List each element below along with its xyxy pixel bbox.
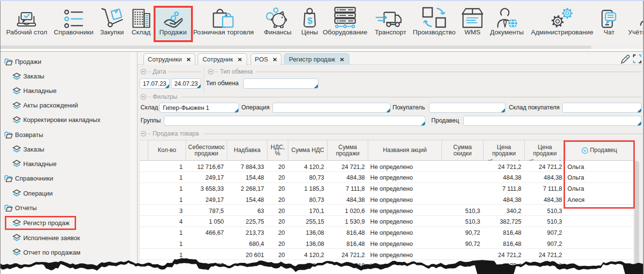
svg-text:$: $	[307, 15, 313, 26]
